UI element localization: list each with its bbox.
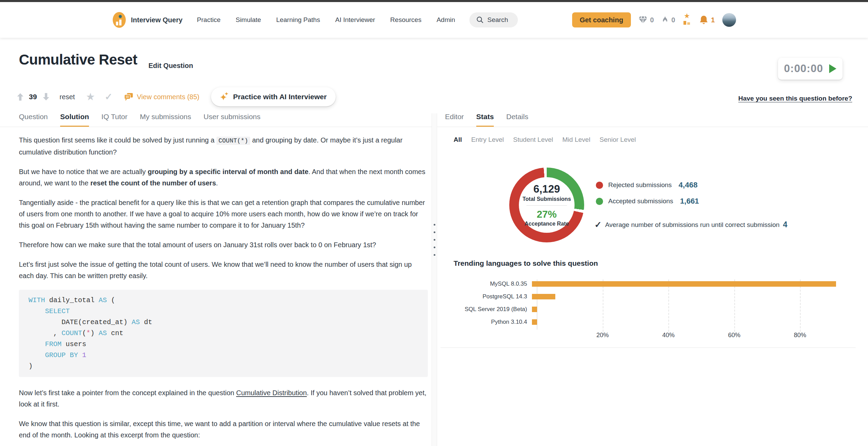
code-line: ) — [29, 361, 418, 372]
rejected-label: Rejected submissions — [608, 181, 672, 189]
nav-item-ai-interviewer[interactable]: AI Interviewer — [335, 16, 375, 24]
nav-item-learning-paths[interactable]: Learning Paths — [276, 16, 320, 24]
question-tag[interactable]: reset — [59, 93, 75, 101]
solution-paragraphs-bottom: Now let’s first take a pointer from the … — [19, 387, 428, 441]
nav-item-simulate[interactable]: Simulate — [236, 16, 261, 24]
sql-code-block: WITH daily_total AS ( SELECT DATE(create… — [19, 290, 428, 377]
brand-home-link[interactable]: Interview Query — [112, 12, 182, 28]
bar-row: PostgreSQL 14.3 — [454, 290, 849, 303]
tab-user-submissions[interactable]: User submissions — [203, 113, 260, 127]
accepted-label: Accepted submissions — [608, 197, 673, 205]
bar-ticks: 20%40%60%80% — [537, 332, 849, 341]
play-icon[interactable] — [829, 64, 836, 73]
resizer-dot — [434, 231, 435, 233]
text-segment: . — [216, 179, 218, 187]
timer-display: 0:00:00 — [784, 62, 823, 75]
filter-senior-level[interactable]: Senior Level — [600, 136, 636, 144]
resizer-dot — [434, 224, 435, 226]
average-check-icon: ✓ — [594, 220, 602, 230]
nav-item-practice[interactable]: Practice — [197, 16, 221, 24]
solved-check-icon[interactable]: ✓ — [105, 92, 113, 102]
navbar: Interview Query Practice Simulate Learni… — [0, 2, 868, 38]
total-submissions-value: 6,129 — [533, 183, 560, 195]
legend-row-accepted: Accepted submissions 1,661 — [596, 197, 699, 206]
bar-track — [532, 281, 849, 287]
resizer-dot — [434, 239, 435, 241]
upvote-count: 39 — [29, 93, 37, 101]
bar-row: MySQL 8.0.35 — [454, 277, 849, 290]
filter-entry-level[interactable]: Entry Level — [471, 136, 504, 144]
average-value: 4 — [783, 220, 788, 229]
text-segment: Therefore how can we make sure that the … — [19, 241, 376, 249]
edit-question-link[interactable]: Edit Question — [148, 62, 193, 70]
donut-center: 6,129 Total Submissions 27% Acceptance R… — [519, 177, 575, 233]
bar-category-label: PostgreSQL 14.3 — [454, 293, 532, 300]
tab-iq-tutor[interactable]: IQ Tutor — [101, 113, 127, 127]
practice-ai-interviewer-button[interactable]: Practice with AI Interviewer — [211, 87, 335, 106]
axis-tick-label: 40% — [662, 332, 675, 339]
tab-editor[interactable]: Editor — [445, 113, 464, 127]
accepted-dot — [596, 198, 603, 205]
bar-category-label: Python 3.10.4 — [454, 319, 532, 325]
user-avatar[interactable] — [722, 13, 736, 27]
text-segment: Let’s first just solve the issue of gett… — [19, 261, 412, 279]
bar-track — [532, 294, 849, 299]
notifications-count: 1 — [711, 16, 715, 24]
inline-question-link[interactable]: Cumulative Distribution — [236, 389, 307, 397]
view-comments-link[interactable]: View comments (85) — [124, 93, 199, 101]
workspace-tabs: Editor Stats Details — [445, 113, 528, 127]
leaderboard-bar — [687, 22, 690, 25]
text-segment: grouping by a specific interval of month… — [148, 168, 309, 175]
bar — [532, 319, 537, 325]
text-segment: reset the count of the number of users — [90, 179, 216, 187]
rejected-value: 4,468 — [679, 181, 698, 190]
leaderboard-icon[interactable]: ★ — [683, 14, 692, 25]
tab-details[interactable]: Details — [506, 113, 528, 127]
nav-item-admin[interactable]: Admin — [436, 16, 455, 24]
tab-stats[interactable]: Stats — [476, 113, 494, 127]
accepted-value: 1,661 — [680, 197, 699, 206]
languages-bar-chart: MySQL 8.0.35PostgreSQL 14.3SQL Server 20… — [454, 277, 849, 341]
code-line: WITH daily_total AS ( — [29, 295, 418, 306]
filter-mid-level[interactable]: Mid Level — [563, 136, 590, 144]
tab-my-submissions[interactable]: My submissions — [140, 113, 191, 127]
gems-counter[interactable]: 0 — [638, 16, 654, 24]
acceptance-rate-value: 27% — [537, 209, 557, 220]
bar-row: SQL Server 2019 (Beta) — [454, 303, 849, 316]
total-submissions-label: Total Submissions — [522, 196, 571, 202]
tab-question[interactable]: Question — [19, 113, 48, 127]
tab-solution[interactable]: Solution — [60, 113, 89, 127]
donut-center-divider — [526, 205, 567, 206]
notifications-counter[interactable]: 1 — [699, 15, 715, 25]
filter-student-level[interactable]: Student Level — [513, 136, 553, 144]
search-button[interactable]: Search — [469, 12, 518, 27]
axis-tick-label: 60% — [728, 332, 741, 339]
sparkles-icon — [220, 92, 229, 102]
bar-category-label: SQL Server 2019 (Beta) — [454, 306, 532, 313]
bar-track — [532, 319, 849, 325]
leaderboard-bar — [683, 21, 686, 25]
downvote-button[interactable] — [42, 93, 50, 101]
acceptance-donut: 6,129 Total Submissions 27% Acceptance R… — [509, 168, 584, 242]
favorite-icon[interactable]: ★ — [86, 92, 95, 102]
code-line: FROM users — [29, 339, 418, 350]
average-label: Average number of submissions run until … — [605, 221, 780, 229]
text-segment: We know that this question is similar, e… — [19, 420, 420, 439]
filter-all[interactable]: All — [454, 136, 462, 144]
seen-before-link[interactable]: Have you seen this question before? — [738, 95, 852, 102]
nav-links: Practice Simulate Learning Paths AI Inte… — [197, 16, 455, 24]
timer-card[interactable]: 0:00:00 — [778, 58, 843, 80]
bar-category-label: MySQL 8.0.35 — [454, 281, 532, 287]
bar — [532, 307, 537, 312]
solution-paragraph: We know that this question is similar, e… — [19, 418, 428, 441]
streak-counter[interactable]: 0 — [661, 15, 675, 24]
notifications-bell-icon — [699, 15, 708, 25]
code-line: GROUP BY 1 — [29, 350, 418, 361]
panel-resizer[interactable] — [432, 113, 437, 446]
get-coaching-button[interactable]: Get coaching — [572, 12, 631, 27]
bar — [532, 294, 555, 299]
solution-paragraph: This question first seems like it could … — [19, 135, 428, 158]
level-filters: All Entry Level Student Level Mid Level … — [454, 136, 636, 144]
upvote-button[interactable] — [16, 93, 24, 101]
nav-item-resources[interactable]: Resources — [390, 16, 422, 24]
